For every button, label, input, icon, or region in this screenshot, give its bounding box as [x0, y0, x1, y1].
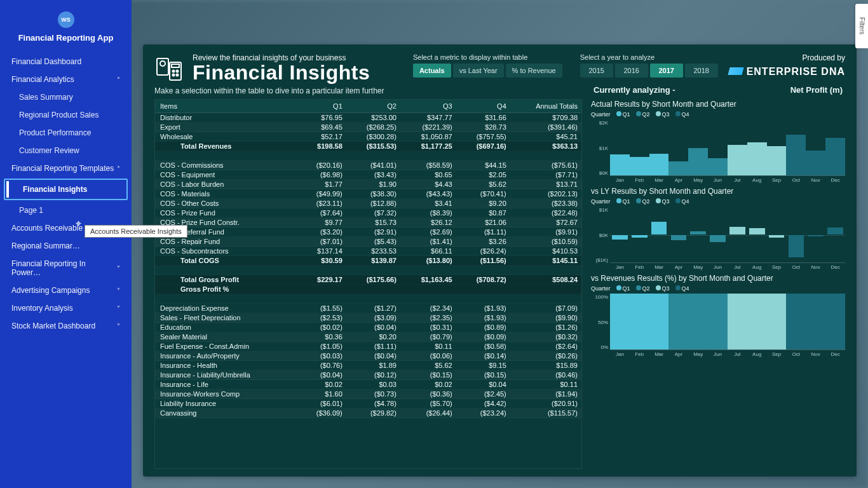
table-row[interactable]: Gross Profit %: [155, 285, 581, 294]
sidebar-item-3[interactable]: Regional Product Sales: [0, 106, 132, 124]
table-row[interactable]: Liability Insurance($6.01)($4.78)($5.70)…: [155, 399, 581, 409]
table-row[interactable]: [155, 266, 581, 275]
table-scroll[interactable]: ItemsQ1Q2Q3Q4Annual Totals Distributor$7…: [155, 100, 581, 468]
sidebar-item-0[interactable]: Financial Dashboard: [0, 53, 132, 71]
table-row[interactable]: Sealer Material$0.36$0.20($0.79)($0.09)(…: [155, 332, 581, 342]
svg-point-1: [160, 61, 165, 66]
table-row[interactable]: Total Revenues$198.58($315.53)$1,177.25(…: [155, 142, 581, 151]
financial-table: ItemsQ1Q2Q3Q4Annual Totals Distributor$7…: [155, 100, 581, 418]
legend-item[interactable]: Q4: [675, 111, 689, 118]
table-header[interactable]: Q3: [400, 100, 456, 113]
sidebar-item-13[interactable]: Inventory Analysis˅: [0, 299, 132, 317]
legend-item[interactable]: Q1: [616, 198, 630, 205]
report-canvas: Review the financial insights of your bu…: [143, 44, 857, 477]
year-slicer-label: Select a year to analyze: [580, 53, 718, 61]
chevron-up-icon: ˄: [117, 165, 120, 172]
chart-plot[interactable]: [610, 294, 845, 350]
filters-panel-toggle[interactable]: Filters: [855, 4, 868, 48]
metric-button[interactable]: % to Revenue: [506, 64, 562, 78]
legend-item[interactable]: Q2: [636, 198, 650, 205]
legend-item[interactable]: Q4: [675, 285, 689, 292]
sidebar-item-8[interactable]: Page 1: [0, 201, 132, 219]
metric-button[interactable]: vs Last Year: [453, 64, 504, 78]
legend-item[interactable]: Q4: [675, 198, 689, 205]
chart-title: vs Revenues Results (%) by Short Month a…: [591, 273, 845, 285]
chevron-down-icon: ˅: [117, 305, 120, 312]
legend-item[interactable]: Q2: [636, 111, 650, 118]
table-row[interactable]: Education($0.02)($0.04)($0.31)($0.89)($1…: [155, 323, 581, 332]
sidebar-item-selected[interactable]: Financial Insights: [6, 181, 125, 198]
legend-item[interactable]: Q2: [636, 285, 650, 292]
table-row[interactable]: COS - Commissions($20.16)($41.01)($58.59…: [155, 161, 581, 170]
cursor-icon: ⌖: [76, 218, 81, 229]
table-row[interactable]: COS - Repair Fund($7.01)($5.43)($1.41)$3…: [155, 237, 581, 247]
produced-by-label: Produced by: [729, 53, 845, 62]
year-button[interactable]: 2015: [580, 64, 613, 78]
sidebar-item-4[interactable]: Product Performance: [0, 124, 132, 142]
legend-label: Quarter: [591, 198, 611, 205]
svg-rect-3: [172, 64, 179, 67]
metric-button[interactable]: Actuals: [413, 64, 451, 78]
sidebar-item-10[interactable]: Regional Summar…: [0, 237, 132, 255]
sidebar-item-5[interactable]: Customer Review: [0, 142, 132, 159]
avatar[interactable]: WS: [58, 11, 74, 28]
table-row[interactable]: COS - Equipment($6.98)($3.43)$0.65$2.05(…: [155, 170, 581, 180]
sidebar-item-6[interactable]: Financial Reporting Templates˄: [0, 159, 132, 177]
table-row[interactable]: Insurance - Liability/Umbrella($0.04)($0…: [155, 370, 581, 380]
chevron-up-icon: ˄: [117, 76, 120, 83]
table-row[interactable]: COS - Other Costs($23.11)($12.88)$3.41$9…: [155, 199, 581, 208]
table-row[interactable]: COS - Prize Fund Constr.$9.77$15.73$26.1…: [155, 218, 581, 227]
report-title: Financial Insights: [193, 62, 402, 83]
table-header[interactable]: Q4: [456, 100, 510, 113]
legend-item[interactable]: Q3: [656, 285, 670, 292]
table-row[interactable]: Total Gross Profit$229.17($175.66)$1,163…: [155, 275, 581, 285]
svg-point-4: [173, 71, 175, 72]
analyzing-label: Currently analyzing -: [593, 85, 675, 95]
year-button[interactable]: 2017: [650, 64, 683, 78]
table-header[interactable]: Q2: [346, 100, 400, 113]
sidebar-item-11[interactable]: Financial Reporting In Power…˅: [0, 255, 132, 281]
table-row[interactable]: [155, 294, 581, 304]
sidebar: WS Financial Reporting App Financial Das…: [0, 0, 132, 488]
table-row[interactable]: COS - Referral Fund($3.20)($2.91)($2.69)…: [155, 227, 581, 237]
table-row[interactable]: Insurance - Life$0.02$0.03$0.02$0.04$0.1…: [155, 380, 581, 390]
sidebar-item-2[interactable]: Sales Summary: [0, 88, 132, 106]
legend-item[interactable]: Q1: [616, 111, 630, 118]
chart-title: vs LY Results by Short Month and Quarter: [591, 186, 845, 198]
table-row[interactable]: COS - Labor Burden$1.77$1.90$4.43$5.62$1…: [155, 180, 581, 189]
app-title: Financial Reporting App: [18, 33, 114, 43]
table-row[interactable]: [155, 151, 581, 161]
table-row[interactable]: Total COGS$30.59$139.87($13.80)($11.56)$…: [155, 256, 581, 266]
table-header[interactable]: Annual Totals: [510, 100, 581, 113]
legend-item[interactable]: Q1: [616, 285, 630, 292]
chart-plot[interactable]: [610, 207, 845, 263]
year-button[interactable]: 2018: [685, 64, 718, 78]
table-row[interactable]: Insurance - Health($0.76)$1.89$5.62$9.15…: [155, 361, 581, 370]
table-row[interactable]: Distributor$76.95$253.00$347.77$31.66$70…: [155, 113, 581, 123]
table-row[interactable]: COS - Prize Fund($7.64)($7.32)($8.39)$0.…: [155, 208, 581, 218]
table-header[interactable]: Items: [155, 100, 297, 113]
sidebar-item-12[interactable]: Advertising Campaigns˅: [0, 281, 132, 299]
legend-item[interactable]: Q3: [656, 111, 670, 118]
chart-plot[interactable]: [610, 120, 845, 176]
legend-item[interactable]: Q3: [656, 198, 670, 205]
table-row[interactable]: COS - Subcontractors$137.14$233.53$66.11…: [155, 247, 581, 256]
table-row[interactable]: Canvassing($36.09)($29.82)($26.44)($23.2…: [155, 409, 581, 418]
table-row[interactable]: Fuel Expense - Const.Admin($1.05)($1.11)…: [155, 342, 581, 351]
tooltip: Accounts Receivable Insights: [85, 225, 187, 238]
sidebar-item-14[interactable]: Stock Market Dashboard˅: [0, 317, 132, 335]
table-row[interactable]: Export$69.45($268.25)($221.39)$28.73($39…: [155, 123, 581, 132]
table-row[interactable]: Depreciation Expense($1.55)($1.27)($2.34…: [155, 304, 581, 313]
legend-label: Quarter: [591, 285, 611, 292]
table-header[interactable]: Q1: [297, 100, 346, 113]
sidebar-item-1[interactable]: Financial Analytics˄: [0, 71, 132, 88]
year-button[interactable]: 2016: [615, 64, 648, 78]
table-row[interactable]: Wholesale$52.17($300.28)$1,050.87($757.5…: [155, 132, 581, 142]
table-row[interactable]: Sales - Fleet Depreciation($2.53)($3.09)…: [155, 313, 581, 323]
table-row[interactable]: Insurance - Auto/Property($0.03)($0.04)(…: [155, 351, 581, 361]
report-subtitle: Review the financial insights of your bu…: [193, 53, 402, 62]
metric-slicer-label: Select a metric to display within table: [413, 53, 562, 61]
table-row[interactable]: Insurance-Workers Comp$1.60($0.73)($0.36…: [155, 390, 581, 399]
table-row[interactable]: COS - Materials($49.99)($38.30)($43.43)(…: [155, 189, 581, 199]
svg-point-5: [177, 71, 179, 72]
